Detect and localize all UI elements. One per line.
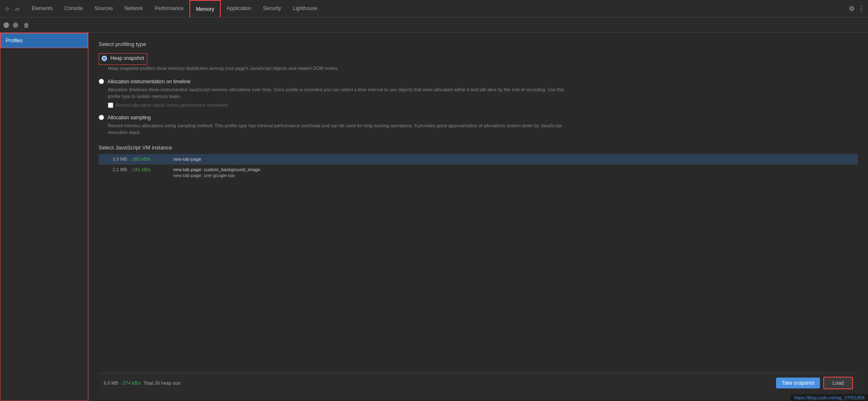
allocation-instrumentation-option: Allocation instrumentation on timeline A…	[99, 79, 858, 108]
total-heap-info: 6.0 MB 574 kB/s Total JS heap size	[104, 380, 773, 386]
vm-rate-0: 393 kB/s	[130, 157, 168, 162]
tab-sources[interactable]: Sources	[89, 0, 119, 17]
trash-button[interactable]: 🗑	[23, 22, 29, 28]
tab-application[interactable]: Application	[221, 0, 257, 17]
vm-instance-row-0[interactable]: 3.9 MB 393 kB/s new-tab-page	[99, 154, 858, 164]
inspect-icon[interactable]: ⊹	[3, 5, 11, 13]
tab-elements[interactable]: Elements	[26, 0, 59, 17]
heap-snapshot-label[interactable]: Heap snapshot	[110, 55, 144, 61]
record-button[interactable]	[3, 22, 9, 28]
tab-console[interactable]: Console	[59, 0, 89, 17]
url-bar: https://blog.csdn.net/qq_37051858	[791, 394, 868, 401]
vm-size-1: 2.1 MB	[102, 167, 127, 172]
tab-lighthouse[interactable]: Lighthouse	[287, 0, 323, 17]
more-icon[interactable]: ⋮	[858, 5, 865, 13]
bottom-bar: 6.0 MB 574 kB/s Total JS heap size Take …	[99, 373, 858, 393]
allocation-instrumentation-radio[interactable]	[99, 79, 104, 84]
content-wrapper: Select profiling type Heap snapshot Heap…	[99, 41, 858, 393]
select-profiling-title: Select profiling type	[99, 41, 858, 47]
record-allocation-stacks-label[interactable]: Record allocation stacks (extra performa…	[116, 103, 228, 108]
device-icon[interactable]: ▱	[13, 5, 21, 13]
top-bar: ⊹ ▱ Elements Console Sources Network Per…	[0, 0, 868, 18]
allocation-instrumentation-label[interactable]: Allocation instrumentation on timeline	[107, 79, 191, 85]
vm-name-1: new-tab-page: custom_background_image ne…	[173, 167, 260, 178]
heap-snapshot-radio[interactable]	[102, 56, 107, 61]
vm-section: Select JavaScript VM instance 3.9 MB 393…	[99, 144, 858, 180]
profiles-area: Profiles	[0, 33, 88, 401]
stop-button[interactable]: ⊘	[13, 22, 18, 28]
tab-memory[interactable]: Memory	[189, 0, 221, 17]
tab-network[interactable]: Network	[119, 0, 149, 17]
load-button[interactable]: Load	[823, 377, 853, 389]
content-area: Select profiling type Heap snapshot Heap…	[89, 33, 868, 401]
sidebar: Profiles	[0, 33, 89, 401]
record-allocation-stacks-row: Record allocation stacks (extra performa…	[108, 103, 858, 108]
vm-section-title: Select JavaScript VM instance	[99, 144, 858, 151]
allocation-sampling-option: Allocation sampling Record memory alloca…	[99, 115, 858, 136]
heap-snapshot-desc: Heap snapshot profiles show memory distr…	[108, 65, 568, 72]
settings-icon[interactable]: ⚙	[849, 5, 855, 13]
heap-snapshot-box: Heap snapshot	[99, 53, 147, 65]
allocation-sampling-radio-row: Allocation sampling	[99, 115, 858, 121]
total-label: Total JS heap size	[143, 380, 181, 386]
allocation-instrumentation-radio-row: Allocation instrumentation on timeline	[99, 79, 858, 85]
vm-instance-row-1[interactable]: 2.1 MB 181 kB/s new-tab-page: custom_bac…	[99, 165, 858, 180]
heap-snapshot-radio-row: Heap snapshot	[102, 55, 144, 61]
vm-subname-1: new-tab-page: one-google-bar	[173, 173, 260, 178]
second-bar: ⊘ 🗑	[0, 18, 868, 33]
vm-rate-1: 181 kB/s	[130, 167, 168, 172]
vm-size-0: 3.9 MB	[102, 157, 127, 162]
total-rate: 574 kB/s	[121, 380, 141, 386]
tab-security[interactable]: Security	[257, 0, 287, 17]
tab-performance[interactable]: Performance	[149, 0, 189, 17]
record-allocation-stacks-checkbox[interactable]	[108, 103, 113, 108]
allocation-sampling-desc: Record memory allocations using sampling…	[108, 122, 568, 136]
total-size: 6.0 MB	[104, 380, 118, 386]
allocation-sampling-label[interactable]: Allocation sampling	[107, 115, 151, 121]
devtools-toolbar-icons: ⊹ ▱	[3, 5, 21, 13]
allocation-instrumentation-desc: Allocation timelines show instrumented J…	[108, 86, 568, 100]
right-icons: ⚙ ⋮	[849, 5, 865, 13]
heap-snapshot-option: Heap snapshot Heap snapshot profiles sho…	[99, 53, 858, 72]
tab-bar: Elements Console Sources Network Perform…	[26, 0, 849, 17]
sidebar-item-profiles[interactable]: Profiles	[0, 33, 88, 48]
main-layout: Profiles Select profiling type Heap snap…	[0, 33, 868, 401]
vm-name-0: new-tab-page	[173, 157, 201, 162]
take-snapshot-button[interactable]: Take snapshot	[776, 378, 820, 388]
allocation-sampling-radio[interactable]	[99, 115, 104, 120]
